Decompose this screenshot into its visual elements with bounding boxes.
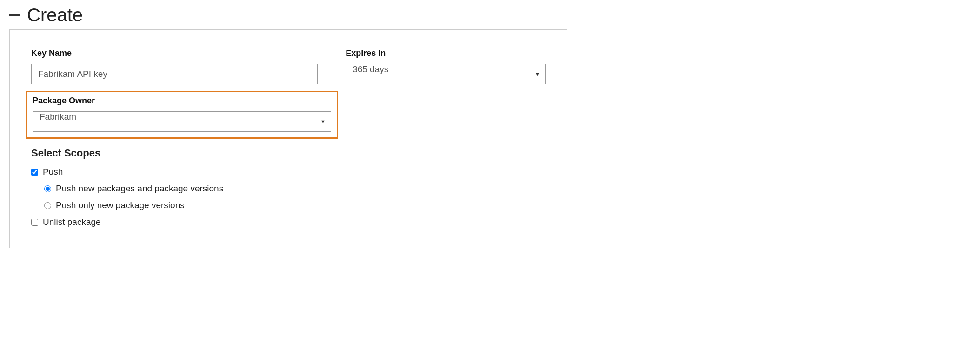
push-new-packages-row: Push new packages and package versions	[44, 183, 546, 194]
scopes-title: Select Scopes	[31, 147, 546, 159]
package-owner-label: Package Owner	[33, 96, 331, 106]
row-key-expires: Key Name Expires In 365 days ▼	[31, 48, 546, 84]
push-only-versions-row: Push only new package versions	[44, 200, 546, 211]
package-owner-select[interactable]: Fabrikam	[33, 111, 331, 132]
key-name-label: Key Name	[31, 48, 318, 58]
push-checkbox-row: Push	[31, 167, 546, 177]
field-expires-in: Expires In 365 days ▼	[346, 48, 546, 84]
key-name-input[interactable]	[31, 64, 318, 84]
expires-in-label: Expires In	[346, 48, 546, 58]
unlist-label[interactable]: Unlist package	[43, 217, 101, 227]
collapse-icon	[9, 14, 20, 16]
push-only-versions-radio[interactable]	[44, 202, 51, 209]
section-title: Create	[27, 5, 83, 26]
section-header[interactable]: Create	[9, 5, 971, 26]
expires-in-select[interactable]: 365 days	[346, 64, 546, 84]
expires-in-select-wrap: 365 days ▼	[346, 64, 546, 84]
create-panel: Key Name Expires In 365 days ▼ Package O…	[9, 29, 567, 248]
field-key-name: Key Name	[31, 48, 318, 84]
unlist-checkbox[interactable]	[31, 219, 38, 226]
unlist-checkbox-row: Unlist package	[31, 217, 546, 227]
package-owner-select-wrap: Fabrikam ▼	[33, 111, 331, 132]
package-owner-highlight: Package Owner Fabrikam ▼	[26, 91, 338, 139]
push-checkbox[interactable]	[31, 169, 38, 176]
push-label[interactable]: Push	[43, 167, 63, 177]
push-only-versions-label[interactable]: Push only new package versions	[56, 200, 185, 211]
push-new-packages-radio[interactable]	[44, 185, 51, 192]
push-new-packages-label[interactable]: Push new packages and package versions	[56, 183, 223, 194]
field-package-owner: Package Owner Fabrikam ▼	[33, 96, 331, 132]
